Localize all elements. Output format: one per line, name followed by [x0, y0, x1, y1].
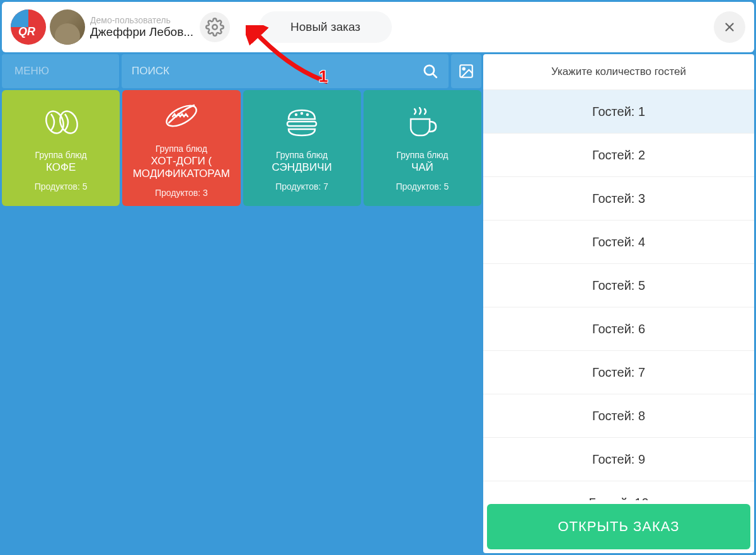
- tile-count: Продуктов: 5: [396, 181, 449, 192]
- guest-count-option[interactable]: Гостей: 3: [483, 177, 754, 220]
- guest-count-option[interactable]: Гостей: 2: [483, 134, 754, 177]
- new-order-label: Новый заказ: [290, 20, 360, 34]
- svg-line-4: [433, 74, 437, 77]
- app-logo: QR: [11, 9, 46, 45]
- category-tile[interactable]: Группа блюдХОТ-ДОГИ ( МОДИФИКАТОРАМПроду…: [122, 90, 240, 206]
- tile-title: СЭНДВИЧИ: [272, 161, 332, 174]
- tile-count: Продуктов: 3: [155, 188, 208, 198]
- menu-button[interactable]: МЕНЮ: [2, 54, 119, 88]
- svg-point-0: [212, 25, 217, 30]
- burger-icon: [284, 105, 320, 140]
- user-avatar[interactable]: [50, 9, 85, 45]
- tile-count: Продуктов: 7: [275, 181, 328, 192]
- guest-count-option[interactable]: Гостей: 7: [483, 351, 754, 394]
- svg-point-6: [463, 68, 465, 70]
- search-icon: [422, 63, 438, 79]
- guest-count-option[interactable]: Гостей: 6: [483, 307, 754, 351]
- search-placeholder: ПОИСК: [132, 65, 422, 77]
- user-info[interactable]: Демо-пользователь Джеффри Лебов...: [90, 15, 193, 39]
- menu-panel: МЕНЮ ПОИСК Группа блюдКОФЕПродуктов: 5Гр…: [0, 54, 483, 555]
- coffee-bean-icon: [42, 105, 80, 140]
- svg-rect-13: [287, 122, 316, 126]
- guest-count-option[interactable]: Гостей: 4: [483, 220, 754, 264]
- menu-label: МЕНЮ: [14, 65, 49, 77]
- user-name-label: Джеффри Лебов...: [90, 25, 193, 39]
- guest-count-option[interactable]: Гостей: 9: [483, 438, 754, 481]
- image-icon: [458, 63, 474, 79]
- category-tile[interactable]: Группа блюдКОФЕПродуктов: 5: [2, 90, 120, 206]
- open-order-button[interactable]: ОТКРЫТЬ ЗАКАЗ: [487, 504, 750, 549]
- svg-point-10: [295, 114, 297, 115]
- annotation-number: 1: [319, 67, 328, 86]
- guest-count-option[interactable]: Гостей: 8: [483, 394, 754, 438]
- tile-title: КОФЕ: [46, 161, 76, 174]
- user-role-label: Демо-пользователь: [90, 15, 193, 25]
- settings-button[interactable]: [200, 12, 230, 42]
- tile-title: ХОТ-ДОГИ ( МОДИФИКАТОРАМ: [126, 155, 236, 180]
- tile-group-label: Группа блюд: [276, 150, 328, 160]
- guest-list: Гостей: 1Гостей: 2Гостей: 3Гостей: 4Гост…: [483, 90, 754, 500]
- guest-panel-header: Укажите количество гостей: [483, 54, 754, 90]
- category-tiles: Группа блюдКОФЕПродуктов: 5Группа блюдХО…: [0, 90, 483, 206]
- image-mode-button[interactable]: [451, 54, 481, 88]
- tile-group-label: Группа блюд: [396, 150, 448, 160]
- guest-count-option[interactable]: Гостей: 5: [483, 264, 754, 307]
- category-tile[interactable]: Группа блюдСЭНДВИЧИПродуктов: 7: [243, 90, 361, 206]
- guest-panel: Укажите количество гостей Гостей: 1Госте…: [483, 54, 754, 553]
- tile-count: Продуктов: 5: [35, 181, 88, 192]
- tea-icon: [404, 105, 440, 140]
- app-logo-text: QR: [18, 25, 35, 38]
- open-order-label: ОТКРЫТЬ ЗАКАЗ: [558, 518, 680, 535]
- tile-group-label: Группа блюд: [156, 144, 207, 154]
- tile-title: ЧАЙ: [411, 161, 433, 174]
- guest-count-option[interactable]: Гостей: 1: [483, 90, 754, 134]
- category-tile[interactable]: Группа блюдЧАЙПродуктов: 5: [364, 90, 481, 206]
- gear-icon: [205, 18, 224, 37]
- menu-toolbar: МЕНЮ ПОИСК: [2, 54, 481, 88]
- close-button[interactable]: [714, 11, 745, 43]
- search-input[interactable]: ПОИСК: [122, 54, 449, 88]
- header-bar: QR Демо-пользователь Джеффри Лебов... Но…: [2, 2, 754, 52]
- guest-count-option[interactable]: Гостей: 10: [483, 481, 754, 500]
- hotdog-icon: [161, 98, 202, 134]
- close-icon: [723, 20, 736, 34]
- svg-point-11: [301, 113, 302, 114]
- new-order-button[interactable]: Новый заказ: [259, 11, 392, 43]
- tile-group-label: Группа блюд: [35, 150, 87, 160]
- svg-point-12: [307, 114, 308, 115]
